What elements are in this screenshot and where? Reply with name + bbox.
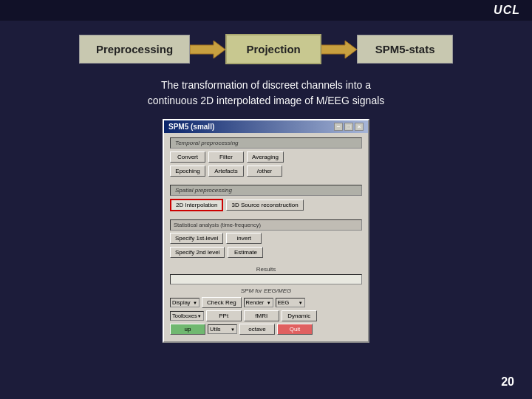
separator-3 xyxy=(170,261,362,264)
temporal-row-2: Epoching Artefacts /other xyxy=(170,166,362,177)
spm-titlebar: SPM5 (small) − □ × xyxy=(164,120,368,133)
footer-row-2: Toolboxes▼ PPt fMRI Dynamic xyxy=(170,310,362,321)
spm-maximize-btn[interactable]: □ xyxy=(344,123,353,131)
interpolation-btn[interactable]: 2D Interpolation xyxy=(170,199,223,211)
footer-row-1: Display▼ Check Reg Render▼ EEG▼ xyxy=(170,297,362,308)
source-recon-btn[interactable]: 3D Source reconstruction xyxy=(226,200,303,211)
page-number: 20 xyxy=(501,375,514,389)
temporal-section-label: Temporal preprocessing xyxy=(170,137,362,149)
svg-marker-1 xyxy=(321,41,357,58)
spatial-row-1: 2D Interpolation 3D Source reconstructio… xyxy=(170,199,362,211)
spm-window-wrapper: SPM5 (small) − □ × Temporal preprocessin… xyxy=(0,119,532,343)
footer-row-3: up Utils▼ octave Quit xyxy=(170,324,362,335)
temporal-row-1: Convert Filter Averaging xyxy=(170,151,362,163)
spm-titlebar-buttons: − □ × xyxy=(334,123,364,131)
other-btn[interactable]: /other xyxy=(247,166,282,177)
results-label: Results xyxy=(170,266,362,273)
spm-close-btn[interactable]: × xyxy=(355,123,364,131)
ppt-btn[interactable]: PPt xyxy=(206,310,242,321)
description: The transformation of discreet channels … xyxy=(0,78,532,109)
octave-btn[interactable]: octave xyxy=(239,324,275,335)
spm-body: Temporal preprocessing Convert Filter Av… xyxy=(164,133,368,341)
workflow-step-preprocessing[interactable]: Preprocessing xyxy=(79,35,190,64)
stats-section-label: Statistical analysis (time-frequency) xyxy=(170,219,362,231)
specify1st-btn[interactable]: Specify 1st-level xyxy=(170,233,223,244)
artefacts-btn[interactable]: Artefacts xyxy=(208,166,244,177)
convert-btn[interactable]: Convert xyxy=(170,151,205,163)
toolboxes-select[interactable]: Toolboxes▼ xyxy=(170,311,204,321)
specify2nd-btn[interactable]: Specify 2nd level xyxy=(170,247,225,258)
filter-btn[interactable]: Filter xyxy=(208,151,244,163)
slide-background: UCL Preprocessing Projection SPM5-stats … xyxy=(0,0,532,399)
svg-marker-0 xyxy=(190,41,225,58)
ucl-logo: UCL xyxy=(494,4,520,17)
stats-row-1: Specify 1st-level invert xyxy=(170,233,362,244)
estimate-btn[interactable]: Estimate xyxy=(228,247,263,258)
display-select[interactable]: Display▼ xyxy=(170,298,200,307)
averaging-btn[interactable]: Averaging xyxy=(247,151,284,163)
workflow-row: Preprocessing Projection SPM5-stats xyxy=(0,34,532,64)
separator-2 xyxy=(170,214,362,217)
utils-select[interactable]: Utils▼ xyxy=(208,324,237,334)
epoching-btn[interactable]: Epoching xyxy=(170,166,205,177)
quit-btn[interactable]: Quit xyxy=(277,324,313,335)
spm-title: SPM5 (small) xyxy=(168,123,214,131)
workflow-step-spm5stats[interactable]: SPM5-stats xyxy=(357,35,453,64)
up-btn[interactable]: up xyxy=(170,324,205,335)
spm-footer-label: SPM for EEG/MEG xyxy=(170,287,362,294)
top-strip: UCL xyxy=(0,0,532,21)
separator-1 xyxy=(170,180,362,183)
render-select[interactable]: Render▼ xyxy=(244,298,273,307)
spm-window: SPM5 (small) − □ × Temporal preprocessin… xyxy=(163,119,369,343)
workflow-step-projection[interactable]: Projection xyxy=(225,34,321,64)
spm-minimize-btn[interactable]: − xyxy=(334,123,343,131)
results-area xyxy=(170,274,362,284)
check-reg-btn[interactable]: Check Reg xyxy=(202,297,242,308)
fmri-btn[interactable]: fMRI xyxy=(244,310,279,321)
dynamic-btn[interactable]: Dynamic xyxy=(282,310,317,321)
invert-btn[interactable]: invert xyxy=(226,233,262,244)
eeg-select[interactable]: EEG▼ xyxy=(276,298,305,307)
spatial-section-label: Spatial preprocessing xyxy=(170,185,362,196)
stats-row-2: Specify 2nd level Estimate xyxy=(170,247,362,258)
